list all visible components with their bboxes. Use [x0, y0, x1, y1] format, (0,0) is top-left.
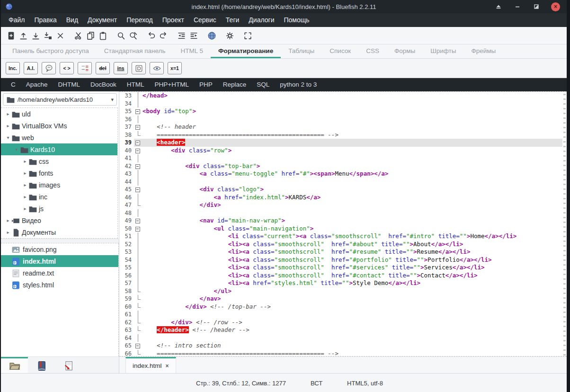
tab-css[interactable]: CSS	[358, 45, 387, 58]
menu-документ[interactable]: Документ	[83, 13, 122, 27]
snippet-tab-php[interactable]: PHP	[194, 78, 218, 91]
code-line-36[interactable]: 36	[119, 116, 567, 124]
collapse-arrow-icon[interactable]: ▾	[5, 135, 11, 140]
snippet-tab-html[interactable]: HTML	[122, 78, 150, 91]
del-button[interactable]: del	[96, 62, 110, 74]
snippet-tab-dhtml[interactable]: DHTML	[53, 78, 86, 91]
code-line-53[interactable]: 53 <li><a class="smoothscroll" href="#re…	[119, 248, 567, 256]
code-line-45[interactable]: 45 <div class="logo">	[119, 186, 567, 194]
tab-фреймы[interactable]: Фреймы	[463, 45, 503, 58]
tab-html-5[interactable]: HTML 5	[173, 45, 211, 58]
tree-item-uld[interactable]: ▸uld	[1, 108, 117, 120]
code-line-38[interactable]: 38 =====================================…	[119, 131, 567, 139]
code-line-62[interactable]: 62 </div> <!-- /row -->	[119, 319, 567, 327]
fold-marker-icon[interactable]	[134, 147, 142, 155]
expand-arrow-icon[interactable]: ▸	[22, 170, 28, 176]
code-line-64[interactable]: 64	[119, 334, 567, 342]
code-line-44[interactable]: 44	[119, 178, 567, 186]
code-line-54[interactable]: 54 <li><a class="smoothscroll" href="#po…	[119, 256, 567, 264]
fold-marker-icon[interactable]	[134, 107, 142, 116]
tab-стандартная-панель[interactable]: Стандартная панель	[97, 45, 173, 58]
tree-item-kards10[interactable]: ▾Kards10	[1, 143, 117, 155]
kbd-button[interactable]	[132, 62, 146, 74]
tree-item-inc[interactable]: ▸inc	[1, 191, 117, 203]
find-icon[interactable]	[115, 29, 127, 42]
indent-icon[interactable]	[187, 29, 200, 42]
cut-icon[interactable]	[72, 29, 84, 42]
menu-правка[interactable]: Правка	[29, 13, 61, 27]
file-item-styles-html[interactable]: styles.html	[1, 279, 118, 291]
bookmarks-tab[interactable]	[28, 357, 55, 373]
sidebar-splitter[interactable]	[1, 239, 119, 243]
path-dropdown[interactable]: /home/andrey/web/Kards10 ▾	[3, 93, 117, 106]
tab-список[interactable]: Список	[322, 45, 358, 58]
menu-вид[interactable]: Вид	[62, 13, 83, 27]
code-line-48[interactable]: 48	[119, 209, 567, 217]
expand-arrow-icon[interactable]: ▸	[5, 111, 11, 116]
shade-icon[interactable]	[494, 2, 503, 11]
open-icon[interactable]	[17, 29, 29, 42]
find-replace-icon[interactable]	[127, 29, 139, 42]
menu-диалоги[interactable]: Диалоги	[244, 13, 279, 27]
tab-шрифты[interactable]: Шрифты	[423, 45, 463, 58]
code-line-50[interactable]: 50 <ul class="main-navigation">	[119, 225, 567, 233]
expand-arrow-icon[interactable]: ▸	[5, 230, 11, 235]
snippet-tab-replace[interactable]: Replace	[218, 78, 252, 91]
tab-формы[interactable]: Формы	[387, 45, 423, 58]
quote-button[interactable]	[42, 62, 56, 74]
code-line-57[interactable]: 57 <li><a href="styles.html" title="">St…	[119, 279, 567, 287]
code-line-66[interactable]: 66 =====================================…	[119, 350, 567, 357]
code-line-60[interactable]: 60 </div> <!-- /top-bar -->	[119, 303, 567, 311]
collapse-arrow-icon[interactable]: ▾	[13, 147, 20, 152]
ai-button[interactable]: A.I.	[24, 62, 38, 74]
code-line-37[interactable]: 37 <!-- header	[119, 123, 567, 131]
preferences-icon[interactable]	[223, 29, 236, 42]
menu-помощь[interactable]: Помощь	[279, 13, 314, 27]
unindent-icon[interactable]	[175, 29, 187, 42]
save-as-icon[interactable]	[42, 29, 54, 42]
code-line-33[interactable]: 33</head>	[119, 92, 567, 100]
expand-arrow-icon[interactable]: ▸	[22, 159, 28, 164]
fold-marker-icon[interactable]	[134, 342, 142, 350]
snippet-tab-php+html[interactable]: PHP+HTML	[150, 78, 194, 91]
snippet-tab-apache[interactable]: Apache	[21, 78, 53, 91]
tree-item-fonts[interactable]: ▸fonts	[1, 167, 117, 179]
snippet-tab-python-2-to-3[interactable]: python 2 to 3	[275, 78, 322, 91]
paste-icon[interactable]	[97, 29, 109, 42]
tree-item-документы[interactable]: ▸Документы	[1, 226, 117, 238]
editor-scrollbar[interactable]	[562, 92, 567, 356]
fold-marker-icon[interactable]	[134, 139, 142, 147]
code-line-63[interactable]: 63 </header> <!-- /header -->	[119, 326, 567, 334]
redo-icon[interactable]	[157, 29, 169, 42]
copy-icon[interactable]	[84, 29, 97, 42]
expand-arrow-icon[interactable]: ▸	[5, 123, 11, 128]
snippet-tab-docbook[interactable]: DocBook	[85, 78, 122, 91]
code-line-43[interactable]: 43 <a class="menu-toggle" href="#"><span…	[119, 170, 567, 178]
expand-arrow-icon[interactable]: ▸	[5, 218, 11, 223]
fold-marker-icon[interactable]	[134, 123, 142, 131]
fullscreen-icon[interactable]	[241, 29, 254, 42]
code-line-59[interactable]: 59 </nav>	[119, 295, 567, 303]
file-item-index-html[interactable]: index.html	[1, 255, 118, 267]
file-item-favicon-png[interactable]: favicon.png	[1, 243, 118, 255]
fold-marker-icon[interactable]	[134, 162, 142, 170]
document-tab-index-html[interactable]: index.html ×	[125, 357, 176, 373]
tree-item-web[interactable]: ▾web	[1, 132, 117, 143]
menu-файл[interactable]: Файл	[4, 13, 29, 27]
menu-теги[interactable]: Теги	[221, 13, 244, 27]
code-line-41[interactable]: 41	[119, 154, 567, 162]
snippet-tab-c[interactable]: C	[6, 78, 21, 91]
fold-marker-icon[interactable]	[134, 186, 142, 194]
snippet-tab-sql[interactable]: SQL	[251, 78, 275, 91]
expand-arrow-icon[interactable]: ▸	[22, 194, 28, 199]
fold-marker-icon[interactable]	[134, 225, 142, 233]
samp-button[interactable]: x=1	[168, 62, 182, 74]
code-line-42[interactable]: 42 <div class="top-bar">	[119, 162, 567, 170]
tree-item-css[interactable]: ▸css	[1, 155, 117, 167]
menu-проект[interactable]: Проект	[158, 13, 189, 27]
save-icon[interactable]	[29, 29, 42, 42]
code-editor[interactable]: 33</head>3435<body id="top">3637 <!-- he…	[119, 91, 567, 356]
code-line-65[interactable]: 65 <!-- intro section	[119, 342, 567, 350]
code-line-61[interactable]: 61	[119, 311, 567, 319]
tree-item-видео[interactable]: ▸Видео	[1, 214, 117, 226]
